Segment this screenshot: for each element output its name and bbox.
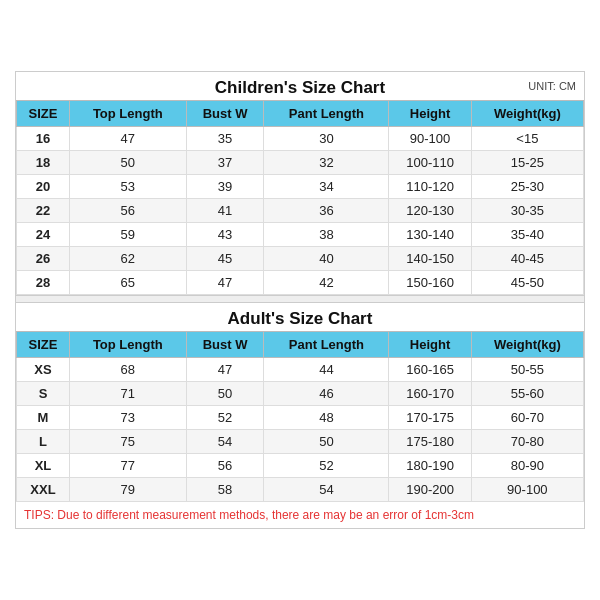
table-row: XXL795854190-20090-100 xyxy=(17,478,584,502)
tips-row: TIPS: Due to different measurement metho… xyxy=(16,502,584,528)
table-cell: 35-40 xyxy=(471,223,583,247)
tips-text: TIPS: Due to different measurement metho… xyxy=(24,508,474,522)
table-cell: 170-175 xyxy=(389,406,471,430)
table-cell: 62 xyxy=(69,247,186,271)
table-cell: XS xyxy=(17,358,70,382)
table-cell: 43 xyxy=(186,223,264,247)
table-cell: 25-30 xyxy=(471,175,583,199)
adult-col-header-weight: Weight(kg) xyxy=(471,332,583,358)
table-cell: 60-70 xyxy=(471,406,583,430)
table-row: XS684744160-16550-55 xyxy=(17,358,584,382)
table-cell: 24 xyxy=(17,223,70,247)
children-table: SIZE Top Length Bust W Pant Length Heigh… xyxy=(16,100,584,295)
table-cell: 73 xyxy=(69,406,186,430)
table-cell: 20 xyxy=(17,175,70,199)
table-cell: 16 xyxy=(17,127,70,151)
table-cell: 41 xyxy=(186,199,264,223)
table-cell: 56 xyxy=(69,199,186,223)
children-header-row: SIZE Top Length Bust W Pant Length Heigh… xyxy=(17,101,584,127)
table-cell: L xyxy=(17,430,70,454)
adult-col-header-top-length: Top Length xyxy=(69,332,186,358)
table-cell: 50 xyxy=(186,382,264,406)
table-cell: 100-110 xyxy=(389,151,471,175)
table-row: 22564136120-13030-35 xyxy=(17,199,584,223)
table-cell: 150-160 xyxy=(389,271,471,295)
table-cell: 56 xyxy=(186,454,264,478)
adult-col-header-bust-w: Bust W xyxy=(186,332,264,358)
table-cell: 80-90 xyxy=(471,454,583,478)
table-cell: 46 xyxy=(264,382,389,406)
table-cell: 40-45 xyxy=(471,247,583,271)
table-row: 18503732100-11015-25 xyxy=(17,151,584,175)
table-cell: 52 xyxy=(264,454,389,478)
size-chart-container: Children's Size Chart UNIT: CM SIZE Top … xyxy=(15,71,585,529)
adult-table: SIZE Top Length Bust W Pant Length Heigh… xyxy=(16,331,584,502)
table-cell: 36 xyxy=(264,199,389,223)
table-cell: 40 xyxy=(264,247,389,271)
table-row: 1647353090-100<15 xyxy=(17,127,584,151)
table-cell: 68 xyxy=(69,358,186,382)
table-cell: 65 xyxy=(69,271,186,295)
table-cell: 190-200 xyxy=(389,478,471,502)
adult-col-header-pant-length: Pant Length xyxy=(264,332,389,358)
table-cell: 75 xyxy=(69,430,186,454)
table-cell: 26 xyxy=(17,247,70,271)
table-cell: M xyxy=(17,406,70,430)
table-cell: 34 xyxy=(264,175,389,199)
col-header-weight: Weight(kg) xyxy=(471,101,583,127)
table-row: 26624540140-15040-45 xyxy=(17,247,584,271)
table-cell: 47 xyxy=(69,127,186,151)
table-cell: 140-150 xyxy=(389,247,471,271)
col-header-bust-w: Bust W xyxy=(186,101,264,127)
table-cell: 42 xyxy=(264,271,389,295)
table-cell: XXL xyxy=(17,478,70,502)
table-cell: 175-180 xyxy=(389,430,471,454)
table-row: 20533934110-12025-30 xyxy=(17,175,584,199)
table-cell: 90-100 xyxy=(389,127,471,151)
adult-col-header-height: Height xyxy=(389,332,471,358)
table-cell: 48 xyxy=(264,406,389,430)
table-cell: 77 xyxy=(69,454,186,478)
table-cell: 50 xyxy=(264,430,389,454)
col-header-pant-length: Pant Length xyxy=(264,101,389,127)
table-cell: <15 xyxy=(471,127,583,151)
table-cell: 160-165 xyxy=(389,358,471,382)
table-cell: 55-60 xyxy=(471,382,583,406)
table-cell: 30-35 xyxy=(471,199,583,223)
col-header-height: Height xyxy=(389,101,471,127)
children-title: Children's Size Chart xyxy=(215,78,385,97)
table-cell: 39 xyxy=(186,175,264,199)
table-row: XL775652180-19080-90 xyxy=(17,454,584,478)
table-cell: 160-170 xyxy=(389,382,471,406)
table-cell: 130-140 xyxy=(389,223,471,247)
table-cell: S xyxy=(17,382,70,406)
table-cell: 52 xyxy=(186,406,264,430)
table-cell: 22 xyxy=(17,199,70,223)
table-cell: 59 xyxy=(69,223,186,247)
section-divider xyxy=(16,295,584,303)
children-title-row: Children's Size Chart UNIT: CM xyxy=(16,72,584,100)
table-cell: 47 xyxy=(186,271,264,295)
table-cell: 180-190 xyxy=(389,454,471,478)
table-cell: 45 xyxy=(186,247,264,271)
table-cell: 37 xyxy=(186,151,264,175)
table-cell: 35 xyxy=(186,127,264,151)
adult-title: Adult's Size Chart xyxy=(228,309,373,328)
table-cell: 15-25 xyxy=(471,151,583,175)
table-row: S715046160-17055-60 xyxy=(17,382,584,406)
table-cell: 71 xyxy=(69,382,186,406)
table-row: 24594338130-14035-40 xyxy=(17,223,584,247)
table-cell: 47 xyxy=(186,358,264,382)
table-cell: 90-100 xyxy=(471,478,583,502)
table-cell: 44 xyxy=(264,358,389,382)
table-cell: 18 xyxy=(17,151,70,175)
table-cell: 45-50 xyxy=(471,271,583,295)
table-cell: 58 xyxy=(186,478,264,502)
table-cell: 50-55 xyxy=(471,358,583,382)
table-cell: 79 xyxy=(69,478,186,502)
col-header-size: SIZE xyxy=(17,101,70,127)
adult-header-row: SIZE Top Length Bust W Pant Length Heigh… xyxy=(17,332,584,358)
unit-label: UNIT: CM xyxy=(528,80,576,92)
adult-col-header-size: SIZE xyxy=(17,332,70,358)
table-cell: 32 xyxy=(264,151,389,175)
